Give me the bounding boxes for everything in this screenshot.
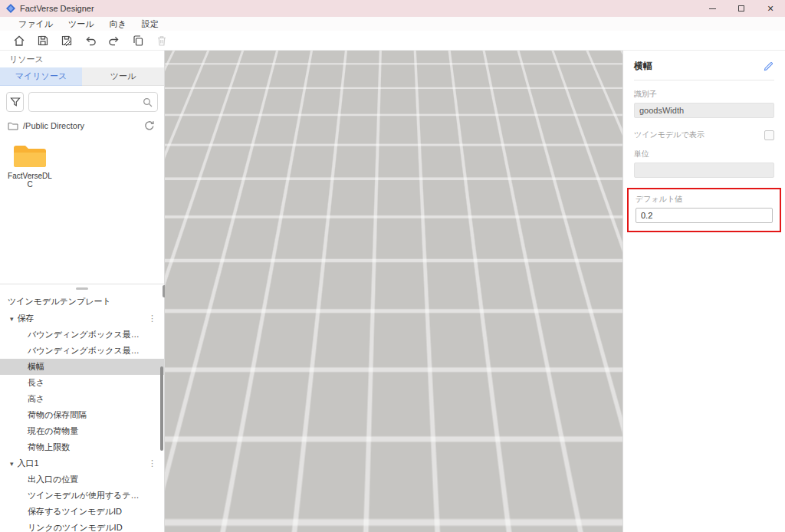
app-logo-icon	[6, 4, 15, 13]
tree-item-label: 高さ	[28, 393, 44, 405]
tree-item[interactable]: 保存するツインモデルID	[0, 504, 164, 520]
tree-item-label: 現在の荷物量	[28, 425, 78, 437]
tree-item[interactable]: 高さ	[0, 391, 164, 407]
resources-header: リソース	[0, 51, 164, 67]
property-inspector: 横幅 識別子 ツインモデルで表示 単位 デフォルト値	[622, 51, 785, 532]
maximize-icon	[738, 5, 744, 11]
tree-item[interactable]: バウンディングボックス最…	[0, 343, 164, 359]
template-section-header: ツインモデルテンプレート	[0, 292, 164, 310]
trash-icon	[156, 34, 168, 47]
tree-item-label: 入口1	[18, 458, 39, 469]
right-anchor-marker[interactable]	[494, 271, 503, 279]
kebab-menu-icon[interactable]: ⋮	[148, 458, 156, 468]
minimize-icon	[709, 8, 716, 9]
close-icon: ×	[767, 3, 774, 14]
head-gizmo[interactable]	[576, 69, 602, 107]
folder-item-factversedlc[interactable]: FactVerseDLC	[6, 143, 54, 189]
save-as-button[interactable]	[60, 34, 74, 48]
menu-settings[interactable]: 設定	[134, 17, 166, 31]
tree-item[interactable]: リンクのツインモデルID	[0, 520, 164, 532]
duplicate-button[interactable]	[131, 34, 145, 48]
viewport-3d[interactable]: 名称	[165, 51, 622, 532]
tree-item-selected[interactable]: 横幅	[0, 359, 164, 375]
tree-item[interactable]: ツインモデルが使用するテ…	[0, 488, 164, 504]
tree-item-label: バウンディングボックス最…	[28, 329, 140, 340]
divider	[634, 80, 774, 80]
save-button[interactable]	[36, 34, 50, 48]
menu-tools[interactable]: ツール	[61, 17, 102, 31]
panel-resize-handle[interactable]	[163, 285, 166, 297]
pallet-object[interactable]	[272, 235, 517, 319]
tree-item[interactable]: バウンディングボックス最…	[0, 327, 164, 343]
resource-tabs: マイリソース ツール	[0, 67, 164, 86]
directory-path[interactable]: /Public Directory	[23, 121, 84, 130]
tree-item-label: 保存	[18, 313, 34, 324]
list-icon	[613, 103, 621, 110]
delete-button[interactable]	[155, 34, 169, 48]
show-in-twin-row: ツインモデルで表示	[634, 130, 774, 140]
titlebar: FactVerse Designer ×	[0, 0, 785, 17]
folder-item-label: FactVerseDLC	[6, 172, 54, 189]
tree-item-label: 保存するツインモデルID	[28, 506, 122, 517]
default-value-field[interactable]	[636, 208, 773, 223]
tree-scrollbar[interactable]	[160, 366, 163, 451]
tree-item-label: 荷物の保存間隔	[28, 409, 87, 421]
undo-button[interactable]	[84, 34, 97, 48]
edit-button[interactable]	[762, 61, 774, 73]
tab-my-resources[interactable]: マイリソース	[0, 67, 82, 86]
show-in-twin-label: ツインモデルで表示	[634, 130, 705, 140]
tree-item[interactable]: 出入口の位置	[0, 471, 164, 488]
object-name-label[interactable]: 名称	[382, 195, 403, 205]
tree-item[interactable]: 現在の荷物量	[0, 423, 164, 439]
rotate-left-button[interactable]	[603, 81, 613, 91]
home-button[interactable]	[12, 34, 26, 48]
chevron-down-icon[interactable]: ▾	[10, 315, 14, 323]
redo-button[interactable]	[107, 34, 121, 48]
show-in-twin-checkbox[interactable]	[764, 130, 774, 140]
view-mode-button[interactable]	[609, 54, 622, 67]
rotate-right-button[interactable]	[567, 81, 576, 91]
window-title: FactVerse Designer	[20, 4, 94, 13]
viewport-options-button[interactable]	[610, 100, 622, 112]
unit-field[interactable]	[634, 163, 774, 178]
tree-item[interactable]: 荷物上限数	[0, 439, 164, 455]
tree-item-label: バウンディングボックス最…	[28, 345, 140, 356]
maximize-button[interactable]	[727, 0, 756, 17]
minimize-button[interactable]	[698, 0, 727, 17]
chevron-down-icon	[586, 57, 593, 64]
collapse-viewport-button[interactable]	[583, 54, 596, 67]
duplicate-icon	[132, 34, 144, 47]
save-as-icon	[61, 34, 73, 47]
menu-orientation[interactable]: 向き	[102, 17, 134, 31]
left-anchor-marker[interactable]	[287, 268, 294, 276]
identifier-field[interactable]	[634, 103, 774, 118]
search-icon	[143, 97, 153, 107]
horizontal-splitter[interactable]	[0, 284, 164, 292]
chevron-left-icon	[605, 84, 611, 90]
app-window: FactVerse Designer × ファイル ツール 向き 設定	[0, 0, 785, 532]
tree-item-label: 長さ	[28, 377, 44, 389]
search-input[interactable]	[34, 97, 143, 107]
tree-item-label: ツインモデルが使用するテ…	[28, 490, 140, 501]
tree-item[interactable]: 長さ	[0, 375, 164, 391]
kebab-menu-icon[interactable]: ⋮	[148, 314, 156, 323]
filter-button[interactable]	[6, 92, 24, 112]
file-grid: FactVerseDLC	[0, 135, 164, 284]
resources-sidebar: リソース マイリソース ツール /Public Directory	[0, 51, 165, 532]
refresh-button[interactable]	[143, 119, 156, 133]
head-gizmo-icon	[580, 72, 599, 104]
tree-group-storage[interactable]: ▾ 保存 ⋮	[0, 310, 164, 327]
tab-tools[interactable]: ツール	[82, 67, 164, 86]
tree-group-entrance1[interactable]: ▾ 入口1 ⋮	[0, 455, 164, 471]
close-button[interactable]: ×	[756, 0, 785, 17]
identifier-label: 識別子	[634, 89, 774, 100]
refresh-icon	[144, 120, 155, 131]
directory-row: /Public Directory	[0, 117, 164, 135]
menu-file[interactable]: ファイル	[11, 17, 61, 31]
splitter-grip-icon	[76, 287, 88, 290]
tree-item[interactable]: 荷物の保存間隔	[0, 407, 164, 423]
filter-icon	[10, 97, 21, 107]
folder-icon	[12, 143, 48, 170]
chevron-down-icon[interactable]: ▾	[10, 460, 14, 468]
search-row	[0, 86, 164, 117]
